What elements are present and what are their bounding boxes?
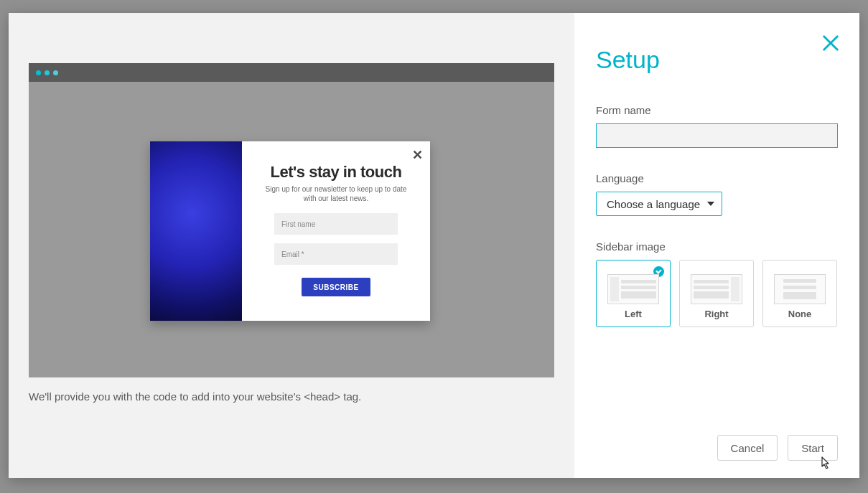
- language-value: Choose a language: [607, 198, 700, 210]
- window-dot-icon: [45, 70, 50, 75]
- email-field: Email *: [274, 243, 398, 265]
- option-label: None: [788, 309, 812, 319]
- chevron-down-icon: [707, 202, 714, 206]
- popup-title: Let's stay in touch: [271, 163, 402, 182]
- popup-body: ✕ Let's stay in touch Sign up for our ne…: [242, 141, 430, 321]
- popup-sidebar-image: [150, 141, 242, 321]
- subscribe-button: SUBSCRIBE: [302, 278, 370, 296]
- close-icon: ✕: [412, 147, 423, 163]
- window-dot-icon: [53, 70, 58, 75]
- language-label: Language: [596, 172, 838, 184]
- browser-mockup: ✕ Let's stay in touch Sign up for our ne…: [29, 63, 554, 377]
- window-dot-icon: [36, 70, 41, 75]
- sidebar-option-right[interactable]: Right: [679, 260, 754, 327]
- language-select[interactable]: Choose a language: [596, 192, 722, 216]
- cancel-button[interactable]: Cancel: [717, 435, 778, 461]
- preview-pane: ✕ Let's stay in touch Sign up for our ne…: [9, 13, 574, 478]
- sidebar-image-label: Sidebar image: [596, 240, 838, 253]
- thumb-none-icon: [774, 274, 826, 304]
- option-label: Right: [704, 309, 728, 319]
- start-button[interactable]: Start: [788, 435, 838, 461]
- form-name-input[interactable]: [596, 123, 838, 148]
- modal-footer: Cancel Start: [596, 435, 838, 461]
- close-icon: [821, 33, 841, 53]
- form-name-group: Form name: [596, 104, 838, 148]
- sidebar-option-none[interactable]: None: [762, 260, 837, 327]
- helper-text: We'll provide you with the code to add i…: [29, 390, 554, 403]
- option-label: Left: [625, 309, 642, 319]
- form-preview-popup: ✕ Let's stay in touch Sign up for our ne…: [150, 141, 430, 321]
- browser-titlebar: [29, 63, 554, 82]
- setup-modal: ✕ Let's stay in touch Sign up for our ne…: [9, 13, 859, 478]
- sidebar-options: Left Right: [596, 260, 838, 327]
- close-button[interactable]: [821, 33, 841, 53]
- popup-subtitle: Sign up for our newsletter to keep up to…: [264, 184, 408, 203]
- sidebar-image-group: Sidebar image Left: [596, 240, 838, 327]
- form-name-label: Form name: [596, 104, 838, 116]
- thumb-right-icon: [691, 274, 742, 304]
- setup-panel: Setup Form name Language Choose a langua…: [574, 13, 859, 478]
- setup-heading: Setup: [596, 46, 838, 74]
- sidebar-option-left[interactable]: Left: [596, 260, 671, 327]
- language-group: Language Choose a language: [596, 172, 838, 216]
- thumb-left-icon: [607, 274, 659, 304]
- firstname-field: First name: [274, 213, 398, 235]
